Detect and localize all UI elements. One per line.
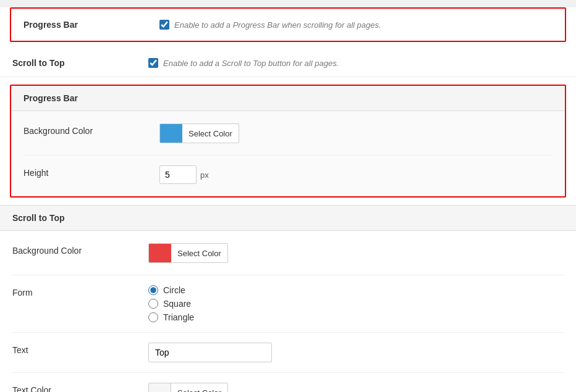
progress-bar-section: Progress Bar Background Color Select Col…: [10, 85, 566, 198]
scroll-to-top-section-header: Scroll to Top: [0, 205, 576, 231]
progress-bar-checkbox[interactable]: [159, 20, 169, 30]
scroll-color-swatch: [149, 243, 171, 263]
scroll-text-select-color-button[interactable]: Select Color: [148, 383, 228, 392]
scroll-text-color-button-label: Select Color: [171, 388, 227, 393]
form-circle-label: Circle: [163, 285, 185, 295]
scroll-to-top-toggle-description: Enable to add a Scroll to Top button for…: [163, 59, 339, 68]
scroll-to-top-section-content: Background Color Select Color Form: [0, 231, 576, 392]
scroll-form-radio-group: Circle Square Triangle: [148, 285, 564, 322]
progress-bar-height-row: Height px: [11, 156, 565, 194]
progress-bar-color-button-label: Select Color: [182, 129, 239, 138]
progress-bar-height-value: px: [159, 165, 553, 184]
progress-bar-section-title: Progress Bar: [23, 93, 78, 103]
scroll-to-top-checkbox[interactable]: [148, 58, 158, 68]
progress-bar-bg-color-row: Background Color Select Color: [11, 114, 565, 155]
progress-bar-toggle-row: Progress Bar Enable to add a Progress Ba…: [10, 7, 566, 42]
scroll-color-button-label: Select Color: [171, 249, 227, 258]
scroll-bg-color-row: Background Color Select Color: [0, 233, 576, 275]
form-square-radio[interactable]: [148, 299, 158, 309]
progress-bar-height-input[interactable]: [159, 165, 197, 184]
form-triangle-label: Triangle: [163, 312, 194, 322]
scroll-to-top-toggle-content: Enable to add a Scroll to Top button for…: [148, 58, 339, 68]
form-square-option[interactable]: Square: [148, 299, 564, 309]
scroll-to-top-toggle-row: Scroll to Top Enable to add a Scroll to …: [0, 49, 576, 77]
scroll-bg-color-value: Select Color: [148, 243, 564, 265]
scroll-text-color-row: Text Color Select Color: [0, 373, 576, 392]
scroll-text-row: Text: [0, 333, 576, 372]
scroll-text-color-swatch: [149, 383, 171, 392]
scroll-to-top-toggle-label: Scroll to Top: [12, 58, 148, 68]
page-wrapper: Progress Bar Enable to add a Progress Ba…: [0, 7, 576, 392]
scroll-text-color-label: Text Color: [12, 383, 148, 392]
scroll-select-color-button[interactable]: Select Color: [148, 243, 228, 263]
scroll-to-top-section: Scroll to Top Background Color Select Co…: [0, 205, 576, 392]
progress-bar-color-swatch: [160, 123, 182, 143]
progress-bar-toggle-label: Progress Bar: [23, 20, 159, 30]
scroll-text-value: [148, 343, 564, 362]
form-circle-radio[interactable]: [148, 285, 158, 295]
form-square-label: Square: [163, 299, 191, 309]
scroll-form-row: Form Circle Square Triangle: [0, 275, 576, 332]
progress-bar-height-label: Height: [23, 165, 159, 178]
scroll-text-label: Text: [12, 343, 148, 355]
scroll-bg-color-label: Background Color: [12, 243, 148, 256]
progress-bar-px-label: px: [200, 170, 209, 180]
scroll-text-input[interactable]: [148, 343, 272, 362]
progress-bar-bg-color-label: Background Color: [23, 123, 159, 136]
progress-bar-bg-color-value: Select Color: [159, 123, 553, 145]
progress-bar-toggle-content: Enable to add a Progress Bar when scroll…: [159, 20, 381, 30]
progress-bar-section-header: Progress Bar: [11, 86, 565, 111]
scroll-text-color-value: Select Color: [148, 383, 564, 392]
progress-bar-select-color-button[interactable]: Select Color: [159, 123, 239, 143]
form-triangle-radio[interactable]: [148, 312, 158, 322]
progress-bar-section-content: Background Color Select Color Height px: [11, 111, 565, 196]
progress-bar-toggle-description: Enable to add a Progress Bar when scroll…: [174, 20, 381, 30]
scroll-form-value: Circle Square Triangle: [148, 285, 564, 322]
scroll-to-top-section-title: Scroll to Top: [12, 213, 65, 223]
form-circle-option[interactable]: Circle: [148, 285, 564, 295]
scroll-form-label: Form: [12, 285, 148, 298]
form-triangle-option[interactable]: Triangle: [148, 312, 564, 322]
